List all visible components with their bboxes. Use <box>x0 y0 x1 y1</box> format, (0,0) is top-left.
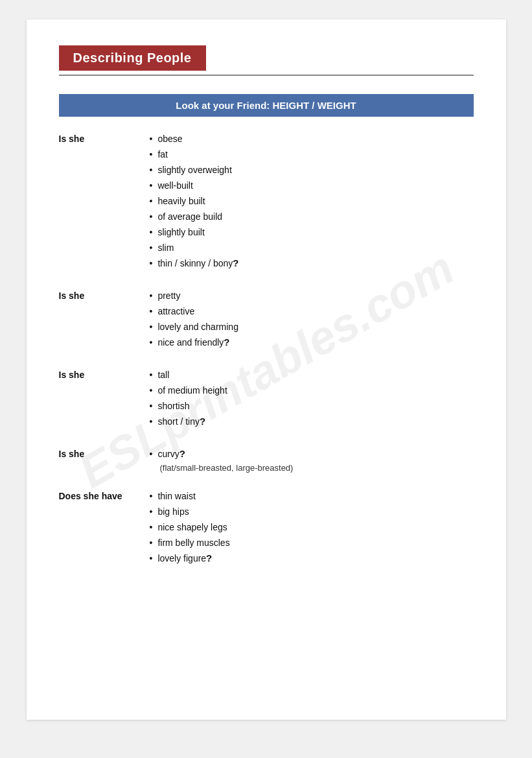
list-item-0-3: well-built <box>150 179 239 193</box>
page-title: Describing People <box>73 51 192 65</box>
section-list-3: curvy ? <box>150 447 294 461</box>
list-item-0-5: of average build <box>150 210 239 224</box>
list-item-1-1: attractive <box>150 305 238 318</box>
list-item-4-0: thin waist <box>150 490 230 503</box>
question-mark: ? <box>233 257 238 268</box>
section-list-container-0: obesefatslightly overweightwell-builthea… <box>150 132 239 272</box>
section-list-1: prettyattractivelovely and charmingnice … <box>150 289 238 349</box>
section-0: Is sheobesefatslightly overweightwell-bu… <box>59 132 474 272</box>
list-item-2-0: tall <box>150 368 227 382</box>
list-item-1-0: pretty <box>150 289 238 303</box>
question-mark: ? <box>206 552 212 563</box>
section-list-container-4: thin waistbig hipsnice shapely legsfirm … <box>150 490 230 567</box>
section-header-title: Look at your Friend: HEIGHT / WEIGHT <box>71 100 462 111</box>
section-list-0: obesefatslightly overweightwell-builthea… <box>150 132 239 270</box>
list-item-3-0: curvy ? <box>150 447 294 461</box>
page: ESLprintables.com Describing People Look… <box>27 19 506 720</box>
list-item-0-1: fat <box>150 148 239 161</box>
section-label-3: Is she <box>59 447 150 459</box>
list-item-1-3: nice and friendly ? <box>150 336 238 349</box>
list-item-2-2: shortish <box>150 399 227 413</box>
section-list-2: tallof medium heightshortishshort / tiny… <box>150 368 227 429</box>
list-item-0-6: slightly built <box>150 226 239 239</box>
title-divider <box>59 75 474 76</box>
section-label-1: Is she <box>59 289 150 301</box>
list-item-4-1: big hips <box>150 505 230 519</box>
list-item-1-2: lovely and charming <box>150 320 238 334</box>
sections-container: Is sheobesefatslightly overweightwell-bu… <box>59 132 474 567</box>
section-header: Look at your Friend: HEIGHT / WEIGHT <box>59 94 474 117</box>
section-4: Does she havethin waistbig hipsnice shap… <box>59 490 474 567</box>
list-item-2-1: of medium height <box>150 384 227 397</box>
sub-note-3: (flat/small-breasted, large-breasted) <box>150 463 294 473</box>
section-list-4: thin waistbig hipsnice shapely legsfirm … <box>150 490 230 565</box>
question-mark: ? <box>179 448 185 459</box>
question-mark: ? <box>200 416 205 427</box>
section-label-4: Does she have <box>59 490 150 501</box>
section-list-container-3: curvy ?(flat/small-breasted, large-breas… <box>150 447 294 473</box>
list-item-2-3: short / tiny ? <box>150 415 227 429</box>
list-item-0-8: thin / skinny / bony ? <box>150 257 239 270</box>
list-item-0-0: obese <box>150 132 239 146</box>
section-list-container-1: prettyattractivelovely and charmingnice … <box>150 289 238 351</box>
list-item-4-2: nice shapely legs <box>150 521 230 534</box>
title-bar: Describing People <box>59 45 206 71</box>
section-label-2: Is she <box>59 368 150 380</box>
list-item-0-2: slightly overweight <box>150 163 239 177</box>
section-label-0: Is she <box>59 132 150 144</box>
section-1: Is sheprettyattractivelovely and charmin… <box>59 289 474 351</box>
content: Describing People Look at your Friend: H… <box>59 45 474 567</box>
section-list-container-2: tallof medium heightshortishshort / tiny… <box>150 368 227 431</box>
list-item-0-7: slim <box>150 241 239 255</box>
section-2: Is shetallof medium heightshortishshort … <box>59 368 474 431</box>
list-item-0-4: heavily built <box>150 195 239 208</box>
list-item-4-3: firm belly muscles <box>150 536 230 550</box>
section-3: Is shecurvy ?(flat/small-breasted, large… <box>59 447 474 473</box>
question-mark: ? <box>224 337 229 348</box>
list-item-4-4: lovely figure ? <box>150 552 230 565</box>
